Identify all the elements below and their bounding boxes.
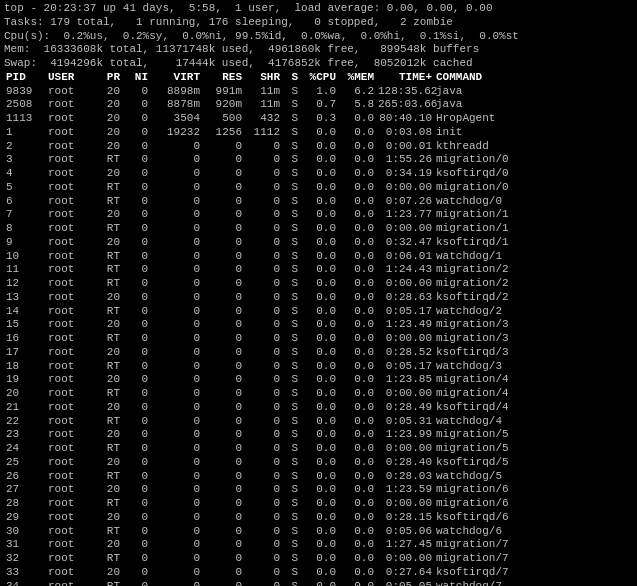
table-cell: migration/7 (434, 538, 633, 552)
table-cell: 0:05.17 (376, 305, 434, 319)
table-cell: S (282, 236, 300, 250)
table-cell: 0.0 (338, 525, 376, 539)
table-cell: 5 (4, 181, 46, 195)
table-cell: S (282, 497, 300, 511)
table-cell: 0 (202, 552, 244, 566)
table-cell: 0 (150, 497, 202, 511)
table-cell: RT (94, 195, 122, 209)
table-cell: 0 (150, 277, 202, 291)
table-cell: 0 (202, 346, 244, 360)
table-cell: 0.0 (338, 580, 376, 587)
table-cell: 19 (4, 373, 46, 387)
table-cell: 20 (94, 483, 122, 497)
table-cell: 0.0 (300, 497, 338, 511)
table-cell: 1:23.59 (376, 483, 434, 497)
table-cell: 0:00.00 (376, 332, 434, 346)
table-row: 9839root2008898m991m11mS1.06.2128:35.62j… (4, 85, 633, 99)
table-cell: 0:28.49 (376, 401, 434, 415)
table-cell: 0.0 (300, 181, 338, 195)
table-cell: 0.0 (300, 222, 338, 236)
table-cell: 0.0 (300, 456, 338, 470)
table-cell: 0 (122, 483, 150, 497)
table-cell: 26 (4, 470, 46, 484)
table-cell: 20 (94, 291, 122, 305)
table-cell: root (46, 415, 94, 429)
col-header-user: USER (46, 71, 94, 85)
table-cell: 0 (244, 456, 282, 470)
table-cell: root (46, 332, 94, 346)
table-cell: root (46, 566, 94, 580)
table-cell: 0 (150, 305, 202, 319)
table-cell: 0:00.00 (376, 181, 434, 195)
table-cell: 0 (122, 332, 150, 346)
table-row: 15root200000S0.00.01:23.49migration/3 (4, 318, 633, 332)
table-cell: 500 (202, 112, 244, 126)
table-cell: 0 (150, 263, 202, 277)
table-row: 24rootRT0000S0.00.00:00.00migration/5 (4, 442, 633, 456)
table-cell: 0 (202, 263, 244, 277)
table-cell: migration/7 (434, 552, 633, 566)
table-cell: migration/5 (434, 442, 633, 456)
table-row: 22rootRT0000S0.00.00:05.31watchdog/4 (4, 415, 633, 429)
table-cell: 0.0 (338, 140, 376, 154)
table-cell: ksoftirqd/4 (434, 401, 633, 415)
table-cell: 0 (122, 305, 150, 319)
table-cell: 5.8 (338, 98, 376, 112)
table-cell: 0.0 (300, 236, 338, 250)
table-cell: 0 (202, 236, 244, 250)
table-cell: 0 (122, 497, 150, 511)
table-cell: 0 (122, 153, 150, 167)
table-cell: RT (94, 525, 122, 539)
table-row: 4root200000S0.00.00:34.19ksoftirqd/0 (4, 167, 633, 181)
table-row: 12rootRT0000S0.00.00:00.00migration/2 (4, 277, 633, 291)
header-line1: top - 20:23:37 up 41 days, 5:58, 1 user,… (4, 2, 633, 16)
table-cell: 0 (202, 470, 244, 484)
table-cell: 24 (4, 442, 46, 456)
table-row: 9root200000S0.00.00:32.47ksoftirqd/1 (4, 236, 633, 250)
table-row: 31root200000S0.00.01:27.45migration/7 (4, 538, 633, 552)
table-cell: 0.0 (338, 360, 376, 374)
table-cell: watchdog/7 (434, 580, 633, 587)
table-cell: 0.0 (300, 167, 338, 181)
table-cell: 3 (4, 153, 46, 167)
header-line3: Cpu(s): 0.2%us, 0.2%sy, 0.0%ni, 99.5%id,… (4, 30, 633, 44)
table-cell: 31 (4, 538, 46, 552)
table-row: 2508root2008878m920m11mS0.75.8265:03.66j… (4, 98, 633, 112)
table-cell: 20 (94, 85, 122, 99)
table-cell: 128:35.62 (376, 85, 434, 99)
table-cell: 0.0 (300, 318, 338, 332)
table-cell: migration/0 (434, 153, 633, 167)
table-cell: S (282, 415, 300, 429)
table-cell: 0 (244, 222, 282, 236)
table-cell: 20 (94, 566, 122, 580)
table-cell: 0 (202, 580, 244, 587)
table-cell: 0.0 (300, 525, 338, 539)
table-cell: S (282, 263, 300, 277)
table-cell: 0 (122, 387, 150, 401)
table-cell: 0:00.00 (376, 442, 434, 456)
table-cell: 20 (4, 387, 46, 401)
table-cell: 0 (244, 181, 282, 195)
table-cell: 0 (150, 401, 202, 415)
table-cell: S (282, 222, 300, 236)
table-cell: root (46, 470, 94, 484)
table-cell: 0.0 (300, 428, 338, 442)
col-header-s: S (282, 71, 300, 85)
header-line4: Mem: 16333608k total, 11371748k used, 49… (4, 43, 633, 57)
table-cell: 0 (202, 497, 244, 511)
table-cell: 0 (244, 140, 282, 154)
table-cell: 17 (4, 346, 46, 360)
table-cell: 0.0 (338, 415, 376, 429)
table-cell: root (46, 552, 94, 566)
table-cell: root (46, 525, 94, 539)
table-cell: RT (94, 181, 122, 195)
table-cell: 0 (202, 387, 244, 401)
table-cell: 80:40.10 (376, 112, 434, 126)
table-cell: root (46, 112, 94, 126)
table-cell: 0 (244, 525, 282, 539)
table-cell: 22 (4, 415, 46, 429)
table-cell: 0 (202, 140, 244, 154)
table-cell: 34 (4, 580, 46, 587)
table-cell: migration/3 (434, 318, 633, 332)
table-row: 10rootRT0000S0.00.00:06.01watchdog/1 (4, 250, 633, 264)
